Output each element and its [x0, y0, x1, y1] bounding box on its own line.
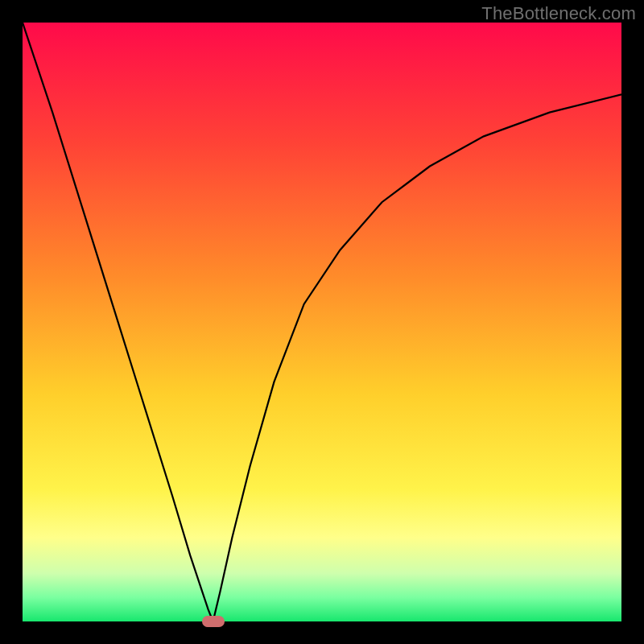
chart-frame: TheBottleneck.com [0, 0, 644, 644]
watermark-text: TheBottleneck.com [481, 3, 636, 24]
curve-layer [23, 23, 621, 621]
plot-area [23, 23, 621, 621]
bottleneck-marker [202, 616, 225, 627]
curve-right [213, 94, 621, 621]
curve-left [23, 23, 213, 621]
